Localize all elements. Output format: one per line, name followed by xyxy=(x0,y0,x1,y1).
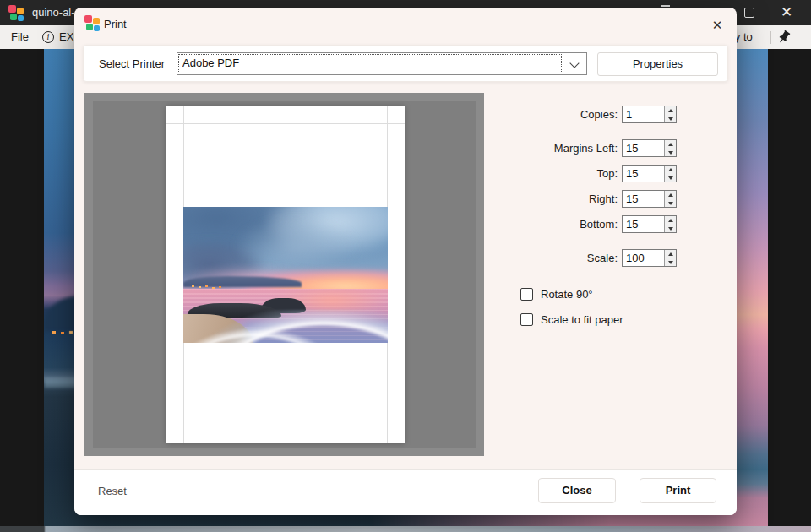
margin-right-input[interactable] xyxy=(623,191,664,207)
margin-guide-bottom xyxy=(166,426,405,426)
printer-card: Select Printer Adobe PDF Properties xyxy=(83,45,728,82)
window-title: quino-al- xyxy=(32,6,75,19)
margin-bottom-field: Bottom: xyxy=(74,215,737,233)
copies-input[interactable] xyxy=(623,106,664,122)
margin-top-input[interactable] xyxy=(623,166,664,182)
margin-bottom-label: Bottom: xyxy=(406,215,618,233)
properties-button[interactable]: Properties xyxy=(597,52,718,76)
spin-down-icon[interactable] xyxy=(665,149,677,157)
rotate-90-checkbox[interactable] xyxy=(520,288,533,301)
spin-up-icon[interactable] xyxy=(665,250,677,258)
copies-field: Copies: xyxy=(74,106,737,123)
letterbox-left xyxy=(0,49,44,532)
chevron-down-icon xyxy=(569,58,579,68)
margin-left-label: Margins Left: xyxy=(406,139,618,157)
margin-bottom-input[interactable] xyxy=(623,216,664,232)
letterbox-right xyxy=(768,49,811,532)
spin-down-icon[interactable] xyxy=(665,115,677,123)
margin-left-input[interactable] xyxy=(623,140,664,156)
printer-select-value: Adobe PDF xyxy=(182,57,239,69)
rotate-90-row: Rotate 90° xyxy=(520,287,593,301)
scale-input[interactable] xyxy=(623,250,664,266)
spin-down-icon[interactable] xyxy=(665,174,677,182)
app-icon xyxy=(8,5,26,21)
copies-spinner xyxy=(664,106,676,122)
dialog-close-button[interactable]: ✕ xyxy=(706,14,728,36)
spin-down-icon[interactable] xyxy=(665,199,677,208)
pin-icon[interactable] xyxy=(776,30,792,45)
reset-button[interactable]: Reset xyxy=(98,485,127,497)
dialog-app-icon xyxy=(84,15,102,31)
margin-top-field: Top: xyxy=(74,165,737,182)
spin-up-icon[interactable] xyxy=(665,166,677,174)
close-button[interactable]: Close xyxy=(538,478,616,503)
info-icon[interactable]: i xyxy=(42,31,54,43)
menu-item-file[interactable]: File xyxy=(11,30,29,44)
scale-spinner xyxy=(664,250,676,266)
window-bottom-edge xyxy=(0,526,811,532)
scale-to-fit-checkbox[interactable] xyxy=(520,313,533,326)
margin-right-field: Right: xyxy=(74,190,737,208)
margin-bottom-spinner xyxy=(664,216,676,232)
city-lights xyxy=(52,331,56,334)
rotate-90-label: Rotate 90° xyxy=(541,288,593,301)
printer-select[interactable]: Adobe PDF xyxy=(177,52,587,75)
scale-to-fit-row: Scale to fit paper xyxy=(520,312,623,326)
spin-down-icon[interactable] xyxy=(665,258,677,267)
footer-divider xyxy=(74,469,737,470)
minimize-button[interactable] xyxy=(661,5,670,7)
margin-left-field: Margins Left: xyxy=(74,139,737,157)
window-close-button[interactable]: ✕ xyxy=(776,2,797,24)
spin-up-icon[interactable] xyxy=(665,191,677,199)
spin-up-icon[interactable] xyxy=(665,106,677,115)
dialog-titlebar: Print ✕ xyxy=(74,8,737,43)
scale-to-fit-label: Scale to fit paper xyxy=(541,313,623,326)
margin-guide-top xyxy=(166,123,405,124)
margin-top-spinner xyxy=(664,166,676,182)
copies-label: Copies: xyxy=(406,106,618,123)
spin-up-icon[interactable] xyxy=(665,216,677,225)
margin-left-spinner xyxy=(664,140,676,156)
margin-right-spinner xyxy=(664,191,676,207)
margin-top-label: Top: xyxy=(406,165,618,182)
print-button[interactable]: Print xyxy=(640,478,716,503)
maximize-button[interactable] xyxy=(744,8,754,18)
dialog-footer xyxy=(74,470,737,515)
margin-right-label: Right: xyxy=(406,190,618,208)
select-printer-label: Select Printer xyxy=(99,57,165,70)
scale-field: Scale: xyxy=(74,249,737,267)
spin-up-icon[interactable] xyxy=(665,140,677,149)
dialog-title: Print xyxy=(104,18,127,30)
scale-label: Scale: xyxy=(406,249,618,267)
spin-down-icon[interactable] xyxy=(665,225,677,233)
menu-separator xyxy=(770,31,771,44)
print-dialog: Print ✕ Select Printer Adobe PDF Propert… xyxy=(74,8,737,515)
